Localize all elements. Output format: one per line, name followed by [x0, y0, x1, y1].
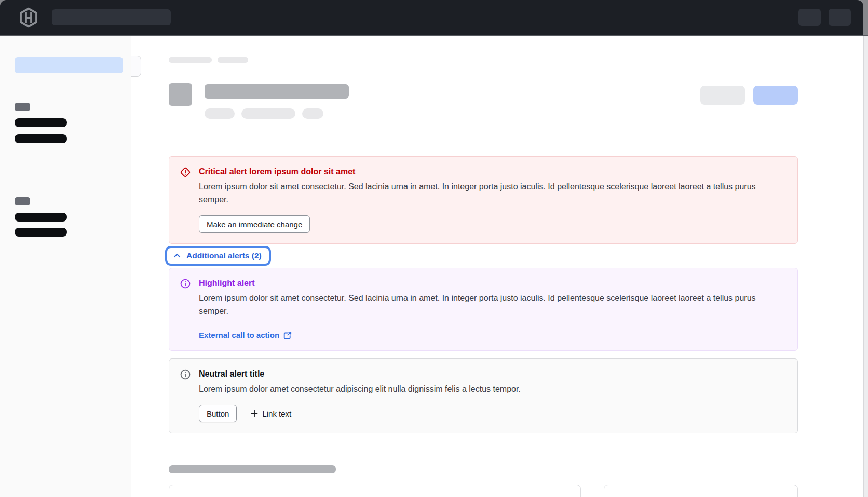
global-search-placeholder[interactable] [52, 9, 171, 25]
hashicorp-logo-icon [19, 7, 38, 28]
highlight-alert-title: Highlight alert [199, 278, 787, 288]
alerts-stack: Critical alert lorem ipsum dolor sit ame… [169, 156, 798, 433]
card-placeholder-2 [604, 485, 798, 497]
page-header-actions [700, 86, 798, 119]
cards-row [169, 485, 798, 497]
app-shell: Critical alert lorem ipsum dolor sit ame… [0, 36, 863, 497]
meta-badge-skeleton [241, 108, 295, 119]
sidebar-skeleton-group-1 [15, 103, 131, 143]
highlight-alert-description: Lorem ipsum dolor sit amet consectetur. … [199, 292, 760, 317]
critical-alert-content: Critical alert lorem ipsum dolor sit ame… [199, 166, 787, 233]
topbar-action-placeholder-1[interactable] [798, 9, 821, 26]
neutral-alert: Neutral alert title Lorem ipsum dolor am… [169, 358, 798, 433]
chevron-up-icon [173, 252, 181, 260]
highlight-alert-external-link[interactable]: External call to action [199, 330, 292, 339]
critical-alert-description: Lorem ipsum dolor sit amet consectetur. … [199, 180, 760, 206]
topbar [0, 0, 863, 36]
critical-alert: Critical alert lorem ipsum dolor sit ame… [169, 156, 798, 244]
sidebar-item-skeleton [15, 134, 67, 143]
breadcrumb-skeleton [218, 57, 248, 63]
topbar-action-placeholder-2[interactable] [829, 9, 851, 26]
secondary-button-placeholder[interactable] [700, 86, 745, 105]
additional-alerts-toggle-wrap: Additional alerts (2) [165, 246, 798, 266]
neutral-alert-actions: Button Link text [199, 395, 787, 422]
neutral-alert-description: Lorem ipsum dolor amet consectetur adipi… [199, 382, 760, 395]
additional-alerts-toggle-label: Additional alerts (2) [186, 251, 262, 261]
plus-icon [250, 409, 259, 418]
info-circle-icon [180, 278, 191, 289]
page-content: Critical alert lorem ipsum dolor sit ame… [169, 57, 798, 497]
sidebar-active-item-placeholder[interactable] [15, 57, 123, 73]
highlight-alert: Highlight alert Lorem ipsum dolor sit am… [169, 268, 798, 351]
highlight-alert-content: Highlight alert Lorem ipsum dolor sit am… [199, 278, 787, 340]
neutral-alert-button[interactable]: Button [199, 405, 237, 422]
scrollbar-track[interactable] [863, 36, 868, 497]
sidebar-item-skeleton [15, 228, 67, 237]
neutral-alert-title: Neutral alert title [199, 368, 787, 379]
sidebar-item-skeleton [15, 213, 67, 222]
additional-alerts-toggle[interactable]: Additional alerts (2) [165, 246, 271, 266]
critical-alert-title: Critical alert lorem ipsum dolor sit ame… [199, 166, 787, 177]
card-placeholder-1 [169, 485, 581, 497]
sidebar-section-label-skeleton [15, 197, 30, 205]
sidebar-flyout-handle[interactable] [131, 56, 141, 77]
sidebar [0, 36, 131, 497]
neutral-alert-link[interactable]: Link text [250, 409, 291, 418]
page-icon-placeholder [169, 83, 192, 106]
page-header [169, 83, 798, 119]
primary-button-placeholder[interactable] [753, 86, 798, 105]
meta-badge-skeleton [302, 108, 323, 119]
page-meta-skeletons [205, 108, 349, 119]
page-title-skeleton [205, 84, 349, 99]
sidebar-section-label-skeleton [15, 103, 30, 111]
breadcrumb-skeleton [169, 57, 212, 63]
info-circle-icon [180, 369, 191, 380]
external-link-label: External call to action [199, 330, 279, 339]
breadcrumb [169, 57, 798, 63]
page-title-block [205, 83, 349, 119]
critical-alert-action-button[interactable]: Make an immediate change [199, 215, 310, 233]
neutral-alert-content: Neutral alert title Lorem ipsum dolor am… [199, 368, 787, 422]
section-title-skeleton [169, 465, 336, 473]
external-link-icon [283, 331, 292, 339]
sidebar-item-skeleton [15, 118, 67, 127]
alert-diamond-icon [180, 167, 191, 178]
sidebar-skeleton-group-2 [15, 197, 131, 237]
meta-badge-skeleton [205, 108, 235, 119]
neutral-alert-link-label: Link text [262, 409, 291, 418]
main-area: Critical alert lorem ipsum dolor sit ame… [131, 36, 863, 497]
